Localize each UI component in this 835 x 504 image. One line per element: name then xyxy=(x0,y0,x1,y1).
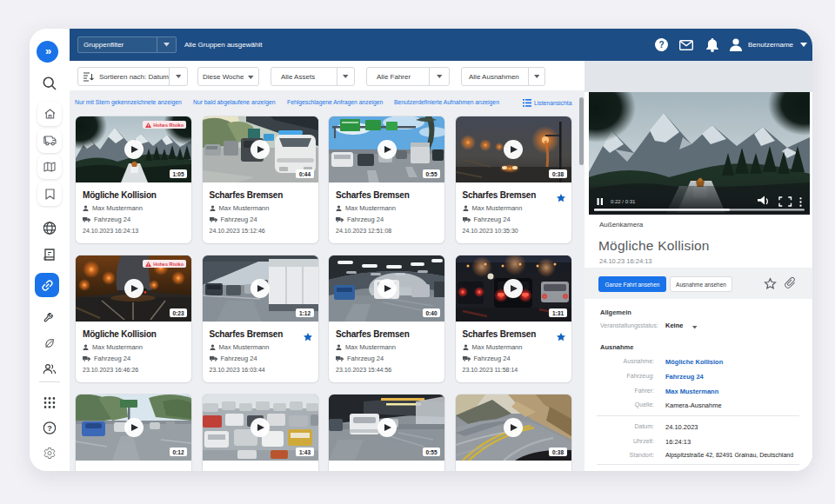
svg-text:0:22 / 0:31: 0:22 / 0:31 xyxy=(611,199,636,204)
svg-text:?: ? xyxy=(658,40,664,50)
svg-text:?: ? xyxy=(47,424,52,433)
